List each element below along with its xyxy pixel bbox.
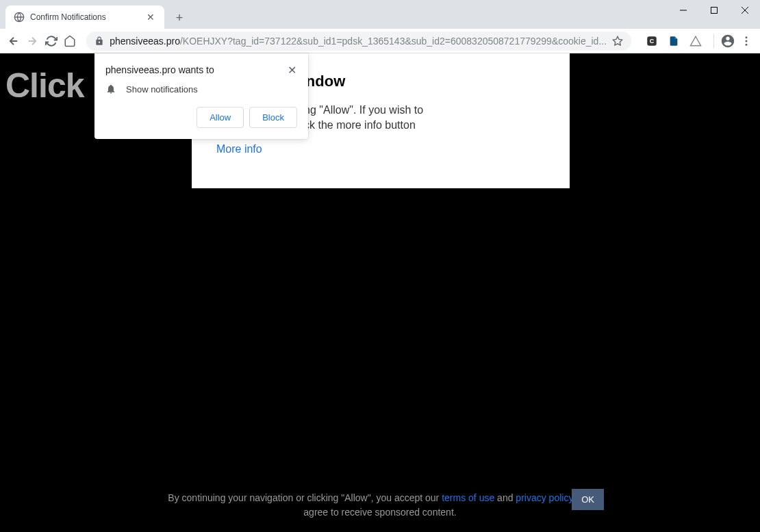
terms-link[interactable]: terms of use <box>442 492 494 503</box>
svg-marker-5 <box>613 36 622 45</box>
home-button[interactable] <box>62 31 79 51</box>
ok-button[interactable]: OK <box>572 489 604 510</box>
footer-text-prefix: By continuing your navigation or clickin… <box>168 492 442 503</box>
browser-titlebar: Confirm Notifications ✕ + <box>0 0 760 29</box>
back-button[interactable] <box>5 31 22 51</box>
maximize-button[interactable] <box>698 0 729 21</box>
extension-icon-1[interactable]: C <box>645 34 659 48</box>
url-text: phensiveeas.pro/KOEHJXY?tag_id=737122&su… <box>110 36 607 47</box>
block-button[interactable]: Block <box>249 107 297 128</box>
page-content: Click u are not a close this window e cl… <box>0 53 760 532</box>
bookmark-star-icon[interactable] <box>612 36 623 47</box>
close-icon[interactable]: ✕ <box>286 64 297 75</box>
extension-icon-2[interactable] <box>667 34 681 48</box>
svg-text:C: C <box>650 38 655 45</box>
bell-icon <box>105 84 116 94</box>
close-icon[interactable]: ✕ <box>145 12 156 23</box>
new-tab-button[interactable]: + <box>170 8 189 27</box>
extension-icon-3[interactable] <box>689 34 702 48</box>
privacy-link[interactable]: privacy policy <box>516 492 573 503</box>
svg-point-9 <box>746 40 748 42</box>
svg-point-10 <box>746 43 748 45</box>
reload-button[interactable] <box>43 31 60 51</box>
svg-rect-2 <box>711 8 717 14</box>
notification-permission-text: Show notifications <box>126 84 198 94</box>
lock-icon <box>94 36 104 46</box>
allow-button[interactable]: Allow <box>197 107 244 128</box>
forward-button[interactable] <box>25 31 41 51</box>
browser-toolbar: phensiveeas.pro/KOEHJXY?tag_id=737122&su… <box>0 29 760 53</box>
svg-point-8 <box>746 36 748 38</box>
tab-title: Confirm Notifications <box>30 12 140 22</box>
profile-button[interactable] <box>720 31 736 51</box>
more-info-link[interactable]: More info <box>216 143 262 155</box>
toolbar-divider <box>713 34 714 48</box>
footer-line2: agree to receive sponsored content. <box>27 505 733 520</box>
globe-icon <box>14 12 25 23</box>
footer-and1: and <box>494 492 516 503</box>
page-footer: By continuing your navigation or clickin… <box>0 491 760 520</box>
notification-dialog-title: phensiveeas.pro wants to <box>105 64 214 75</box>
browser-tab[interactable]: Confirm Notifications ✕ <box>5 5 164 29</box>
address-bar[interactable]: phensiveeas.pro/KOEHJXY?tag_id=737122&su… <box>86 31 631 51</box>
minimize-button[interactable] <box>668 0 698 21</box>
window-controls <box>668 0 760 21</box>
notification-permission-dialog: phensiveeas.pro wants to ✕ Show notifica… <box>94 53 308 139</box>
close-window-button[interactable] <box>729 0 760 21</box>
menu-button[interactable] <box>738 31 755 51</box>
extension-icons: C <box>639 34 708 48</box>
